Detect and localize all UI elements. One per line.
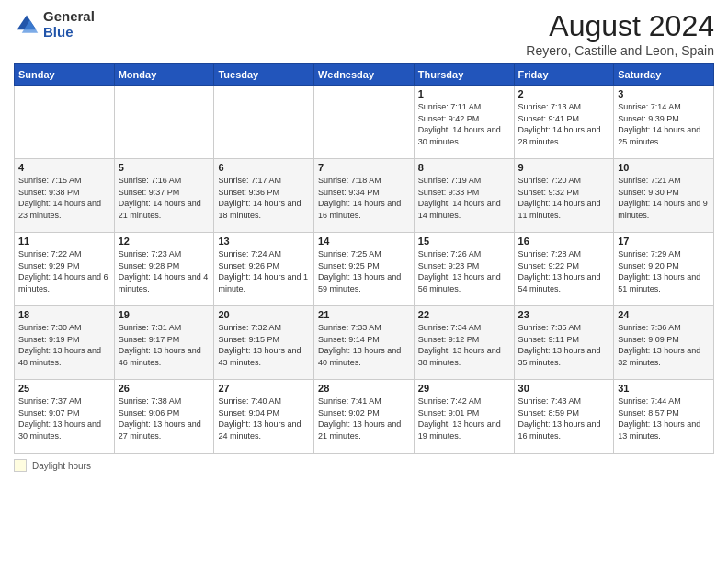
day-number: 4 [18,162,110,173]
week-row-4: 18Sunrise: 7:30 AMSunset: 9:19 PMDayligh… [15,306,714,380]
day-info: Sunrise: 7:19 AMSunset: 9:33 PMDaylight:… [418,175,510,221]
footer-label: Daylight hours [32,461,91,471]
day-number: 7 [318,162,410,173]
day-cell: 11Sunrise: 7:22 AMSunset: 9:29 PMDayligh… [15,233,115,306]
day-number: 23 [518,309,610,320]
day-cell: 24Sunrise: 7:36 AMSunset: 9:09 PMDayligh… [614,306,714,380]
day-cell: 18Sunrise: 7:30 AMSunset: 9:19 PMDayligh… [15,306,115,380]
day-cell: 29Sunrise: 7:42 AMSunset: 9:01 PMDayligh… [414,380,514,454]
logo: General Blue [14,9,95,40]
day-info: Sunrise: 7:30 AMSunset: 9:19 PMDaylight:… [18,322,110,368]
day-cell: 4Sunrise: 7:15 AMSunset: 9:38 PMDaylight… [15,159,115,233]
day-cell: 13Sunrise: 7:24 AMSunset: 9:26 PMDayligh… [214,233,314,306]
header-cell-monday: Monday [114,64,214,86]
day-number: 12 [119,236,210,247]
day-cell [314,86,415,159]
day-cell: 6Sunrise: 7:17 AMSunset: 9:36 PMDaylight… [214,159,314,233]
day-number: 25 [18,383,110,394]
logo-blue-text: Blue [43,25,95,40]
day-cell: 27Sunrise: 7:40 AMSunset: 9:04 PMDayligh… [214,380,314,454]
day-number: 15 [418,236,510,247]
day-cell: 2Sunrise: 7:13 AMSunset: 9:41 PMDaylight… [514,86,614,159]
day-number: 17 [618,236,710,247]
logo-icon [14,12,40,38]
day-info: Sunrise: 7:29 AMSunset: 9:20 PMDaylight:… [618,248,710,294]
day-cell: 14Sunrise: 7:25 AMSunset: 9:25 PMDayligh… [314,233,415,306]
calendar-table: SundayMondayTuesdayWednesdayThursdayFrid… [14,63,714,454]
header-cell-sunday: Sunday [15,64,115,86]
day-cell: 16Sunrise: 7:28 AMSunset: 9:22 PMDayligh… [514,233,614,306]
day-number: 8 [418,162,510,173]
header-row: SundayMondayTuesdayWednesdayThursdayFrid… [15,64,714,86]
day-number: 19 [119,309,210,320]
day-number: 11 [18,236,110,247]
day-info: Sunrise: 7:17 AMSunset: 9:36 PMDaylight:… [218,175,310,221]
day-cell: 23Sunrise: 7:35 AMSunset: 9:11 PMDayligh… [514,306,614,380]
day-info: Sunrise: 7:38 AMSunset: 9:06 PMDaylight:… [119,396,210,442]
day-info: Sunrise: 7:26 AMSunset: 9:23 PMDaylight:… [418,248,510,294]
week-row-3: 11Sunrise: 7:22 AMSunset: 9:29 PMDayligh… [15,233,714,306]
day-cell: 7Sunrise: 7:18 AMSunset: 9:34 PMDaylight… [314,159,415,233]
day-info: Sunrise: 7:40 AMSunset: 9:04 PMDaylight:… [218,396,310,442]
day-info: Sunrise: 7:20 AMSunset: 9:32 PMDaylight:… [518,175,610,221]
calendar-header: SundayMondayTuesdayWednesdayThursdayFrid… [15,64,714,86]
header-cell-thursday: Thursday [414,64,514,86]
logo-text: General Blue [43,9,95,40]
day-cell [114,86,214,159]
day-cell: 21Sunrise: 7:33 AMSunset: 9:14 PMDayligh… [314,306,415,380]
day-info: Sunrise: 7:34 AMSunset: 9:12 PMDaylight:… [418,322,510,368]
week-row-5: 25Sunrise: 7:37 AMSunset: 9:07 PMDayligh… [15,380,714,454]
daylight-box [14,459,27,472]
title-block: August 2024 Reyero, Castille and Leon, S… [526,9,714,58]
day-number: 26 [119,383,210,394]
day-number: 9 [518,162,610,173]
day-info: Sunrise: 7:41 AMSunset: 9:02 PMDaylight:… [318,396,410,442]
day-number: 29 [418,383,510,394]
day-info: Sunrise: 7:13 AMSunset: 9:41 PMDaylight:… [518,101,610,147]
day-info: Sunrise: 7:24 AMSunset: 9:26 PMDaylight:… [218,248,310,294]
page: General Blue August 2024 Reyero, Castill… [0,0,728,563]
day-number: 30 [518,383,610,394]
day-info: Sunrise: 7:16 AMSunset: 9:37 PMDaylight:… [119,175,210,221]
footer: Daylight hours [14,459,714,472]
day-cell: 12Sunrise: 7:23 AMSunset: 9:28 PMDayligh… [114,233,214,306]
day-info: Sunrise: 7:18 AMSunset: 9:34 PMDaylight:… [318,175,410,221]
day-info: Sunrise: 7:42 AMSunset: 9:01 PMDaylight:… [418,396,510,442]
day-cell: 8Sunrise: 7:19 AMSunset: 9:33 PMDaylight… [414,159,514,233]
day-info: Sunrise: 7:11 AMSunset: 9:42 PMDaylight:… [418,101,510,147]
header: General Blue August 2024 Reyero, Castill… [14,9,714,58]
day-number: 3 [618,88,710,99]
day-cell: 30Sunrise: 7:43 AMSunset: 8:59 PMDayligh… [514,380,614,454]
day-info: Sunrise: 7:33 AMSunset: 9:14 PMDaylight:… [318,322,410,368]
day-number: 22 [418,309,510,320]
day-cell: 1Sunrise: 7:11 AMSunset: 9:42 PMDaylight… [414,86,514,159]
day-number: 2 [518,88,610,99]
week-row-2: 4Sunrise: 7:15 AMSunset: 9:38 PMDaylight… [15,159,714,233]
day-cell: 10Sunrise: 7:21 AMSunset: 9:30 PMDayligh… [614,159,714,233]
day-info: Sunrise: 7:23 AMSunset: 9:28 PMDaylight:… [119,248,210,294]
week-row-1: 1Sunrise: 7:11 AMSunset: 9:42 PMDaylight… [15,86,714,159]
day-number: 5 [119,162,210,173]
day-cell: 15Sunrise: 7:26 AMSunset: 9:23 PMDayligh… [414,233,514,306]
day-number: 13 [218,236,310,247]
header-cell-friday: Friday [514,64,614,86]
day-info: Sunrise: 7:21 AMSunset: 9:30 PMDaylight:… [618,175,710,221]
day-cell: 31Sunrise: 7:44 AMSunset: 8:57 PMDayligh… [614,380,714,454]
main-title: August 2024 [526,9,714,43]
day-number: 27 [218,383,310,394]
day-cell: 22Sunrise: 7:34 AMSunset: 9:12 PMDayligh… [414,306,514,380]
day-number: 20 [218,309,310,320]
day-cell: 26Sunrise: 7:38 AMSunset: 9:06 PMDayligh… [114,380,214,454]
day-cell: 9Sunrise: 7:20 AMSunset: 9:32 PMDaylight… [514,159,614,233]
day-number: 10 [618,162,710,173]
day-number: 24 [618,309,710,320]
header-cell-saturday: Saturday [614,64,714,86]
day-cell [214,86,314,159]
header-cell-wednesday: Wednesday [314,64,415,86]
subtitle: Reyero, Castille and Leon, Spain [526,43,714,58]
day-number: 28 [318,383,410,394]
day-cell: 5Sunrise: 7:16 AMSunset: 9:37 PMDaylight… [114,159,214,233]
day-cell: 20Sunrise: 7:32 AMSunset: 9:15 PMDayligh… [214,306,314,380]
day-info: Sunrise: 7:31 AMSunset: 9:17 PMDaylight:… [119,322,210,368]
day-cell: 28Sunrise: 7:41 AMSunset: 9:02 PMDayligh… [314,380,415,454]
